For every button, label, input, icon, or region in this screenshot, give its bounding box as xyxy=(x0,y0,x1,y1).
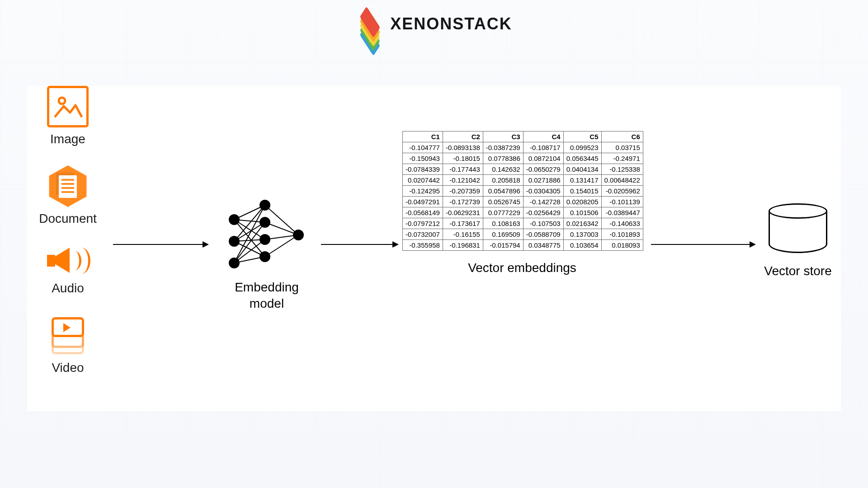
table-cell: 0.0563445 xyxy=(563,153,601,164)
logo-stack-icon xyxy=(356,10,384,38)
col-header: C6 xyxy=(601,131,643,142)
table-cell: -0.172739 xyxy=(443,197,483,207)
table-cell: -0.121042 xyxy=(443,175,483,186)
table-row: -0.150943-0.180150.07783860.08721040.056… xyxy=(403,153,643,164)
table-row: -0.355958-0.196831-0.0157940.03487750.10… xyxy=(403,240,643,251)
table-cell: -0.142728 xyxy=(523,197,563,207)
table-cell: 0.0872104 xyxy=(523,153,563,164)
table-cell: -0.101139 xyxy=(601,197,643,207)
table-cell: -0.207359 xyxy=(443,186,483,197)
table-cell: 0.103654 xyxy=(563,240,601,251)
vector-store: Vector store xyxy=(760,203,836,278)
table-row: -0.0497291-0.1727390.0526745-0.1427280.0… xyxy=(403,197,643,207)
table-cell: 0.101506 xyxy=(563,207,601,218)
table-cell: -0.104777 xyxy=(403,142,443,153)
table-cell: -0.0784339 xyxy=(403,164,443,175)
table-cell: -0.0797212 xyxy=(403,218,443,229)
table-cell: 0.0208205 xyxy=(563,197,601,207)
table-cell: -0.177443 xyxy=(443,164,483,175)
table-cell: -0.108717 xyxy=(523,142,563,153)
table-cell: -0.0205962 xyxy=(601,186,643,197)
table-row: -0.0784339-0.1774430.142632-0.06502790.0… xyxy=(403,164,643,175)
input-audio: Audio xyxy=(36,245,99,296)
table-row: -0.0797212-0.1736170.108163-0.1075030.02… xyxy=(403,218,643,229)
table-cell: -0.124295 xyxy=(403,186,443,197)
table-cell: -0.0893138 xyxy=(443,142,483,153)
table-row: -0.104777-0.0893138-0.0387239-0.1087170.… xyxy=(403,142,643,153)
table-cell: 0.0526745 xyxy=(483,197,523,207)
table-cell: 0.169509 xyxy=(483,229,523,240)
vector-embeddings-table: C1C2C3C4C5C6 -0.104777-0.0893138-0.03872… xyxy=(402,131,642,275)
document-icon xyxy=(47,165,89,207)
table-cell: -0.015794 xyxy=(483,240,523,251)
table-cell: 0.0404134 xyxy=(563,164,601,175)
table-cell: -0.101893 xyxy=(601,229,643,240)
table-cell: 0.108163 xyxy=(483,218,523,229)
arrow-embeddings-to-store xyxy=(651,244,755,245)
col-header: C2 xyxy=(443,131,483,142)
table-cell: -0.196831 xyxy=(443,240,483,251)
svg-point-0 xyxy=(59,98,65,104)
embeddings-caption: Vector embeddings xyxy=(402,261,642,275)
input-video-label: Video xyxy=(52,361,84,375)
table-cell: -0.24971 xyxy=(601,153,643,164)
table-cell: -0.16155 xyxy=(443,229,483,240)
table-cell: -0.173617 xyxy=(443,218,483,229)
brand-logo: XENONSTACK xyxy=(356,10,512,38)
embeddings-table: C1C2C3C4C5C6 -0.104777-0.0893138-0.03872… xyxy=(402,131,643,251)
video-icon xyxy=(47,314,89,356)
table-cell: 0.0271886 xyxy=(523,175,563,186)
input-modalities: Image Document Audio Video xyxy=(36,86,99,375)
table-cell: 0.142632 xyxy=(483,164,523,175)
input-image: Image xyxy=(36,86,99,146)
table-row: -0.0732007-0.161550.169509-0.05887090.13… xyxy=(403,229,643,240)
table-cell: -0.0588709 xyxy=(523,229,563,240)
table-cell: 0.0777229 xyxy=(483,207,523,218)
col-header: C5 xyxy=(563,131,601,142)
table-cell: 0.205818 xyxy=(483,175,523,186)
brand-name: XENONSTACK xyxy=(390,14,512,33)
table-cell: -0.150943 xyxy=(403,153,443,164)
table-cell: 0.099523 xyxy=(563,142,601,153)
input-image-label: Image xyxy=(50,132,85,146)
table-cell: -0.0389447 xyxy=(601,207,643,218)
table-cell: -0.140633 xyxy=(601,218,643,229)
table-cell: 0.137003 xyxy=(563,229,601,240)
arrow-model-to-embeddings xyxy=(321,244,398,245)
col-header: C1 xyxy=(403,131,443,142)
neural-network-icon xyxy=(226,199,307,271)
input-video: Video xyxy=(36,314,99,375)
col-header: C4 xyxy=(523,131,563,142)
input-document-label: Document xyxy=(39,211,97,226)
input-audio-label: Audio xyxy=(52,281,84,296)
embedding-model-label: Embedding model xyxy=(217,279,316,312)
database-icon xyxy=(769,203,827,253)
table-cell: -0.0568149 xyxy=(403,207,443,218)
table-cell: 0.018093 xyxy=(601,240,643,251)
table-cell: -0.0629231 xyxy=(443,207,483,218)
audio-icon xyxy=(47,245,89,277)
table-cell: 0.131417 xyxy=(563,175,601,186)
image-icon xyxy=(47,86,89,127)
table-cell: 0.00648422 xyxy=(601,175,643,186)
table-cell: -0.125338 xyxy=(601,164,643,175)
table-cell: 0.154015 xyxy=(563,186,601,197)
table-cell: -0.0650279 xyxy=(523,164,563,175)
table-cell: -0.0387239 xyxy=(483,142,523,153)
table-row: -0.0568149-0.06292310.0777229-0.02564290… xyxy=(403,207,643,218)
table-cell: 0.0547896 xyxy=(483,186,523,197)
table-cell: 0.0348775 xyxy=(523,240,563,251)
diagram-canvas: Image Document Audio Video xyxy=(27,86,841,411)
table-cell: -0.0256429 xyxy=(523,207,563,218)
table-cell: -0.355958 xyxy=(403,240,443,251)
table-cell: -0.0732007 xyxy=(403,229,443,240)
table-cell: -0.0497291 xyxy=(403,197,443,207)
col-header: C3 xyxy=(483,131,523,142)
table-cell: 0.0216342 xyxy=(563,218,601,229)
table-row: 0.0207442-0.1210420.2058180.02718860.131… xyxy=(403,175,643,186)
table-cell: -0.107503 xyxy=(523,218,563,229)
vector-store-label: Vector store xyxy=(760,264,836,278)
arrow-inputs-to-model xyxy=(113,244,208,245)
table-cell: -0.18015 xyxy=(443,153,483,164)
table-cell: 0.0207442 xyxy=(403,175,443,186)
